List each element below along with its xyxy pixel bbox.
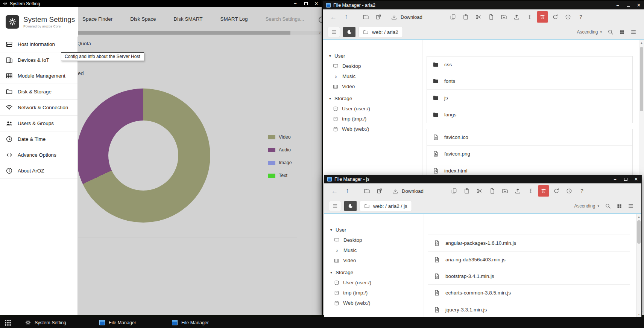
list-view-button[interactable]: [630, 29, 636, 35]
file-row-jquery[interactable]: jquery-3.3.1.min.js: [428, 301, 630, 317]
properties-button[interactable]: [562, 11, 574, 23]
sidebar-item-host-information[interactable]: Host Information: [0, 37, 77, 52]
sidebar-item-advance-options[interactable]: Advance Options: [0, 147, 77, 163]
tree-item-user-drive[interactable]: User (user:/): [324, 278, 424, 288]
taskbar-item-file-manager-1[interactable]: File Manager: [99, 320, 136, 325]
taskbar-item-file-manager-2[interactable]: File Manager: [172, 320, 209, 325]
file-row-aria-ng[interactable]: aria-ng-da5356c403.min.js: [428, 252, 630, 268]
app-launcher-button[interactable]: [5, 320, 11, 326]
upload-button[interactable]: [512, 185, 524, 197]
sidebar-item-date-time[interactable]: Date & Time: [0, 131, 77, 147]
download-button[interactable]: Download: [387, 185, 429, 197]
folder-row-fonts[interactable]: fonts: [427, 73, 632, 90]
close-button[interactable]: ×: [633, 1, 644, 9]
search-button[interactable]: [608, 29, 614, 35]
sidebar-item-network-connection[interactable]: Network & Connection: [0, 100, 77, 116]
tree-group-user[interactable]: ▾User: [324, 225, 424, 235]
tree-item-video[interactable]: Video: [324, 255, 424, 265]
tab-disk-smart[interactable]: Disk SMART: [174, 16, 203, 22]
sidebar-item-disk-storage[interactable]: Disk & Storage: [0, 84, 77, 100]
maximize-button[interactable]: [301, 0, 311, 7]
taskbar-item-system-setting[interactable]: System Setting: [25, 320, 66, 325]
download-button[interactable]: Download: [386, 11, 428, 23]
search-button[interactable]: [605, 203, 611, 209]
tab-smart-log[interactable]: SMART Log: [220, 16, 248, 22]
open-folder-button[interactable]: [360, 11, 371, 23]
file-row-echarts[interactable]: echarts-common-3.8.5.min.js: [428, 285, 630, 301]
minimize-button[interactable]: −: [610, 175, 620, 183]
grid-view-button[interactable]: [617, 203, 622, 209]
tab-disk-space[interactable]: Disk Space: [130, 16, 156, 22]
minimize-button[interactable]: −: [290, 0, 301, 7]
tree-item-desktop[interactable]: Desktop: [324, 235, 424, 245]
cut-button[interactable]: [474, 185, 485, 197]
delete-button[interactable]: [538, 185, 549, 197]
properties-button[interactable]: [564, 185, 575, 197]
sort-order-dropdown[interactable]: Ascending▾: [574, 203, 599, 209]
sidebar-item-about-aroz[interactable]: About ArOZ: [0, 163, 77, 179]
copy-button[interactable]: [447, 11, 459, 23]
tree-item-web-drive[interactable]: Web (web:/): [324, 298, 424, 308]
tree-item-desktop[interactable]: Desktop: [323, 61, 422, 71]
rename-button[interactable]: [525, 185, 536, 197]
file-row-favicon-ico[interactable]: favicon.ico: [427, 129, 632, 146]
refresh-icon[interactable]: [319, 17, 322, 23]
open-in-new-window-button[interactable]: [373, 11, 384, 23]
delete-button[interactable]: [537, 11, 548, 23]
dark-mode-button[interactable]: [343, 27, 355, 37]
folder-row-langs[interactable]: langs: [427, 106, 632, 123]
scrollbar-thumb[interactable]: [640, 47, 643, 111]
system-settings-titlebar[interactable]: System Setting − ×: [0, 0, 322, 7]
folder-row-css[interactable]: css: [427, 56, 632, 73]
rename-button[interactable]: [524, 11, 535, 23]
tree-group-storage[interactable]: ▾Storage: [323, 93, 422, 104]
back-button[interactable]: ←: [329, 185, 340, 197]
close-button[interactable]: ×: [631, 175, 641, 183]
close-button[interactable]: ×: [311, 0, 322, 7]
minimize-button[interactable]: −: [612, 1, 623, 9]
new-folder-button[interactable]: [500, 185, 511, 197]
maximize-button[interactable]: [620, 175, 631, 183]
open-folder-button[interactable]: [361, 185, 372, 197]
list-view-button[interactable]: [628, 203, 634, 209]
file-row-angular[interactable]: angular-packages-1.6.10.min.js: [428, 235, 630, 252]
scroll-up-arrow[interactable]: ▲: [636, 215, 641, 219]
horizontal-scrollbar[interactable]: ›: [78, 31, 322, 35]
open-in-new-window-button[interactable]: [374, 185, 385, 197]
paste-button[interactable]: [460, 11, 471, 23]
menu-button[interactable]: [328, 27, 340, 37]
up-button[interactable]: ↑: [340, 11, 352, 23]
scrollbar-thumb[interactable]: [637, 220, 641, 244]
search-settings-input[interactable]: [266, 16, 314, 22]
tree-item-music[interactable]: ♪Music: [324, 245, 424, 255]
breadcrumb[interactable]: web: / aria2: [358, 27, 403, 37]
grid-view-button[interactable]: [619, 29, 625, 35]
maximize-button[interactable]: [623, 1, 633, 9]
back-button[interactable]: ←: [328, 11, 339, 23]
breadcrumb[interactable]: web: / aria2 / js: [360, 201, 412, 211]
refresh-button[interactable]: [551, 185, 562, 197]
menu-button[interactable]: [329, 201, 341, 211]
paste-button[interactable]: [461, 185, 472, 197]
scroll-down-arrow[interactable]: ▼: [636, 312, 641, 317]
up-button[interactable]: ↑: [342, 185, 353, 197]
tree-item-tmp-drive[interactable]: tmp (tmp:/): [323, 114, 422, 124]
tab-space-finder[interactable]: Space Finder: [82, 16, 112, 22]
cut-button[interactable]: [473, 11, 484, 23]
scrollbar-thumb[interactable]: [78, 31, 290, 35]
sidebar-item-users-groups[interactable]: Users & Groups: [0, 116, 77, 131]
copy-button[interactable]: [448, 185, 460, 197]
tree-item-tmp-drive[interactable]: tmp (tmp:/): [324, 288, 424, 298]
help-button[interactable]: ?: [576, 185, 588, 197]
file-row-favicon-png[interactable]: favicon.png: [427, 146, 632, 162]
new-file-button[interactable]: [487, 185, 498, 197]
sort-order-dropdown[interactable]: Ascending▾: [577, 29, 602, 35]
scroll-up-arrow[interactable]: ▲: [639, 41, 644, 45]
refresh-button[interactable]: [550, 11, 561, 23]
scroll-right-arrow[interactable]: ›: [319, 30, 320, 35]
folder-row-js[interactable]: js: [427, 90, 632, 106]
new-file-button[interactable]: [486, 11, 497, 23]
dark-mode-button[interactable]: [344, 201, 357, 211]
tree-item-web-drive[interactable]: Web (web:/): [323, 124, 422, 134]
tree-group-user[interactable]: ▾User: [323, 51, 422, 61]
